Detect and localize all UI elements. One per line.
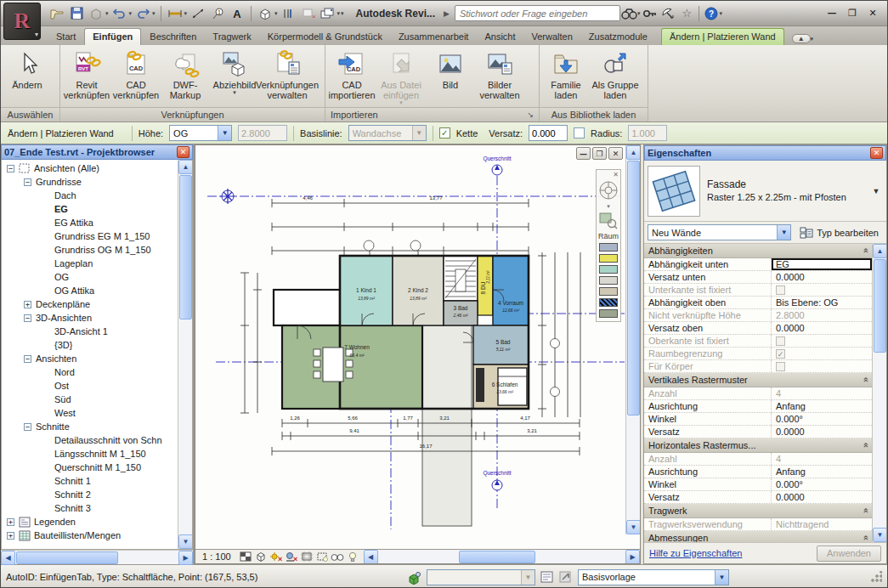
room-legend-panel[interactable]: ✕ ▾ Räum xyxy=(596,169,621,322)
key-icon[interactable] xyxy=(640,5,659,22)
sun-path-icon[interactable]: × xyxy=(269,551,284,563)
tab-beschriften[interactable]: Beschriften xyxy=(142,29,204,45)
chevron-down-icon[interactable]: ▾ xyxy=(607,203,610,210)
tree-item-schnitt-1[interactable]: Schnitt 1 xyxy=(2,474,178,488)
tree-item-querschnitt[interactable]: Querschnitt M 1_150 xyxy=(2,461,178,474)
help-icon[interactable]: ? xyxy=(702,5,721,22)
tree-item-ost[interactable]: Ost xyxy=(2,379,178,393)
switch-windows-icon[interactable] xyxy=(320,5,337,22)
scroll-left-icon[interactable]: ◀ xyxy=(364,550,378,564)
tag-icon[interactable]: 1 xyxy=(209,5,226,22)
canvas-vertical-scrollbar[interactable]: ▲ ▼ xyxy=(625,145,640,534)
tree-item-schnitte[interactable]: −Schnitte xyxy=(2,420,178,433)
expand-icon[interactable]: + xyxy=(7,532,14,540)
print-icon[interactable] xyxy=(88,5,105,22)
property-row[interactable]: Winkel0.000° xyxy=(644,478,872,491)
scale-control[interactable]: 1 : 100 xyxy=(195,551,238,562)
dialog-launcher-icon[interactable]: ↘ xyxy=(527,110,534,119)
aligned-dimension-icon[interactable] xyxy=(189,5,206,22)
steering-wheel-icon[interactable] xyxy=(598,180,619,201)
collapse-icon[interactable]: − xyxy=(24,423,31,431)
tree-item-legenden[interactable]: +Legenden xyxy=(2,515,178,529)
collapse-chevron-icon[interactable]: » xyxy=(860,443,870,448)
collapse-icon[interactable]: − xyxy=(7,165,14,172)
properties-help-link[interactable]: Hilfe zu Eigenschaften xyxy=(649,548,742,558)
qat-overflow-icon[interactable]: ▾ xyxy=(341,10,344,17)
section-marker-top[interactable]: Querschnitt xyxy=(483,155,511,175)
text-icon[interactable]: A xyxy=(229,5,246,22)
crop-region-visibility-icon[interactable] xyxy=(314,551,330,563)
ribbon-button-als-gruppe-laden[interactable]: Als Gruppe laden xyxy=(591,48,640,102)
tab-contextual-platzieren-wand[interactable]: Ändern | Platzieren Wand xyxy=(661,28,784,45)
tab-zusammenarbeit[interactable]: Zusammenarbeit xyxy=(391,29,477,45)
section-abmessungen[interactable]: Abmessungen» xyxy=(644,531,872,543)
minimize-ribbon-icon[interactable]: ▲ xyxy=(792,34,811,43)
view-reference-icon[interactable] xyxy=(220,189,235,204)
property-row[interactable]: AusrichtungAnfang xyxy=(644,466,872,478)
communication-center-icon[interactable] xyxy=(659,5,677,22)
view-close-icon[interactable]: ✕ xyxy=(608,147,623,160)
save-icon[interactable] xyxy=(68,5,85,22)
tree-item-laengsschnitt[interactable]: Längsschnitt M 1_150 xyxy=(2,447,178,461)
shadows-icon[interactable]: × xyxy=(284,551,299,563)
tree-item-og[interactable]: OG xyxy=(2,270,178,284)
chevron-down-icon[interactable]: ▼ xyxy=(777,225,790,240)
lightbulb-icon[interactable] xyxy=(345,551,360,563)
minimize-button[interactable]: — xyxy=(823,6,841,21)
undo-icon[interactable] xyxy=(111,5,128,22)
section-vertikales-rastermuster[interactable]: Vertikales Rastermuster» xyxy=(644,373,872,387)
plan-area[interactable]: Querschnitt Querschnitt xyxy=(195,145,640,549)
browser-horizontal-scrollbar[interactable]: ◀ ▶ xyxy=(1,550,193,564)
ribbon-button-bilder-verwalten[interactable]: Bilder verwalten xyxy=(475,48,524,102)
expand-title-icon[interactable]: ▶ xyxy=(444,9,450,18)
favorites-star-icon[interactable]: ☆ xyxy=(677,5,696,22)
close-icon[interactable]: ✕ xyxy=(870,147,883,159)
ribbon-button-verknuepfungen-verwalten[interactable]: Verknüpfungen verwalten xyxy=(259,48,315,102)
zoom-region-icon[interactable] xyxy=(599,212,618,229)
drawing-view-eg[interactable]: Querschnitt Querschnitt xyxy=(195,144,641,564)
grid-bubble[interactable] xyxy=(551,339,560,348)
expand-icon[interactable]: + xyxy=(24,301,31,308)
element-filter-combo[interactable]: Neu Wände▼ xyxy=(648,224,791,240)
tree-item-west[interactable]: West xyxy=(2,406,178,420)
scrollbar-thumb[interactable] xyxy=(179,175,192,319)
tree-item-ansichten-alle[interactable]: −Ansichten (Alle) xyxy=(2,161,178,175)
tree-item-3d[interactable]: {3D} xyxy=(2,338,178,352)
view-restore-icon[interactable]: ❐ xyxy=(592,147,607,160)
resize-grip[interactable] xyxy=(870,571,882,583)
browser-vertical-scrollbar[interactable]: ▲ ▼ xyxy=(178,160,192,549)
chevron-down-icon[interactable]: ▾ xyxy=(129,10,133,17)
tree-item-3d-ansichten[interactable]: −3D-Ansichten xyxy=(2,311,178,325)
redo-icon[interactable] xyxy=(134,5,151,22)
scrollbar-thumb[interactable] xyxy=(459,551,535,563)
visual-style-icon[interactable] xyxy=(253,551,269,563)
reveal-hidden-icon[interactable] xyxy=(330,551,345,563)
section-horizontales-rastermuster[interactable]: Horizontales Rastermus...» xyxy=(644,438,872,453)
section-marker-bottom[interactable]: Querschnitt xyxy=(483,470,511,490)
property-row[interactable]: Versatz0.0000 xyxy=(644,491,872,504)
chevron-down-icon[interactable]: ▾ xyxy=(337,10,341,17)
ribbon-button-cad-verknuepfen[interactable]: CAD CAD verknüpfen xyxy=(111,48,161,102)
ribbon-button-abziehbild[interactable]: Abziehbild ▾ xyxy=(210,48,259,97)
section-abhaengigkeiten[interactable]: Abhängigkeiten» xyxy=(644,244,872,258)
scroll-down-icon[interactable]: ▼ xyxy=(626,520,640,534)
properties-titlebar[interactable]: Eigenschaften ✕ xyxy=(644,145,886,161)
legend-swatch[interactable] xyxy=(599,243,618,252)
rooms[interactable] xyxy=(274,256,529,409)
search-input[interactable] xyxy=(455,5,620,21)
tab-ansicht[interactable]: Ansicht xyxy=(477,29,523,45)
chevron-down-icon[interactable]: ▾ xyxy=(233,90,236,95)
legend-swatch[interactable] xyxy=(599,298,618,307)
section-icon[interactable] xyxy=(280,5,297,22)
tree-item-sued[interactable]: Süd xyxy=(2,393,178,406)
chevron-down-icon[interactable]: ▼ xyxy=(218,126,231,140)
ribbon-button-dwf-markup[interactable]: DWF-Markup xyxy=(161,48,210,102)
property-row[interactable]: Abhängigkeit untenEG xyxy=(644,258,872,271)
radius-checkbox[interactable]: ✓ xyxy=(574,127,585,139)
tab-tragwerk[interactable]: Tragwerk xyxy=(205,29,258,45)
legend-swatch[interactable] xyxy=(599,276,618,285)
chevron-down-icon[interactable]: ▾ xyxy=(152,10,156,17)
ribbon-button-familie-laden[interactable]: Familie laden xyxy=(541,48,591,102)
property-row[interactable]: Versatz oben0.0000 xyxy=(644,322,872,335)
worksets-icon[interactable] xyxy=(406,570,421,585)
